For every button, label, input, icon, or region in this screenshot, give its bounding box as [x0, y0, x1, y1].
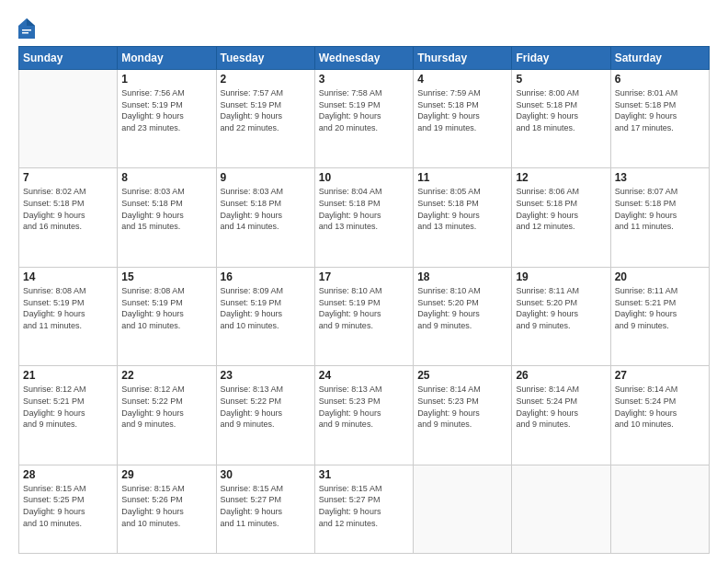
day-info: Sunrise: 8:13 AM Sunset: 5:22 PM Dayligh…	[221, 384, 311, 430]
calendar-cell: 12Sunrise: 8:06 AM Sunset: 5:18 PM Dayli…	[512, 168, 610, 267]
day-number: 2	[221, 73, 311, 86]
weekday-header-tuesday: Tuesday	[216, 47, 314, 70]
calendar-cell: 14Sunrise: 8:08 AM Sunset: 5:19 PM Dayli…	[19, 267, 118, 365]
weekday-header-wednesday: Wednesday	[314, 47, 413, 70]
day-info: Sunrise: 8:08 AM Sunset: 5:19 PM Dayligh…	[121, 285, 211, 331]
calendar-cell: 13Sunrise: 8:07 AM Sunset: 5:18 PM Dayli…	[610, 168, 709, 267]
day-info: Sunrise: 8:12 AM Sunset: 5:21 PM Dayligh…	[23, 384, 113, 430]
day-number: 16	[221, 270, 311, 283]
day-info: Sunrise: 8:04 AM Sunset: 5:18 PM Dayligh…	[319, 186, 409, 232]
day-number: 19	[516, 270, 606, 283]
day-number: 20	[615, 270, 705, 283]
calendar-table: SundayMondayTuesdayWednesdayThursdayFrid…	[18, 46, 710, 554]
day-info: Sunrise: 8:12 AM Sunset: 5:22 PM Dayligh…	[121, 384, 211, 430]
calendar-cell: 2Sunrise: 7:57 AM Sunset: 5:19 PM Daylig…	[216, 70, 314, 168]
calendar-cell: 17Sunrise: 8:10 AM Sunset: 5:19 PM Dayli…	[314, 267, 413, 365]
calendar-cell: 3Sunrise: 7:58 AM Sunset: 5:19 PM Daylig…	[314, 70, 413, 168]
calendar-week-row: 21Sunrise: 8:12 AM Sunset: 5:21 PM Dayli…	[19, 366, 710, 465]
day-info: Sunrise: 8:15 AM Sunset: 5:26 PM Dayligh…	[121, 483, 211, 529]
day-info: Sunrise: 8:08 AM Sunset: 5:19 PM Dayligh…	[23, 285, 113, 331]
calendar-cell: 4Sunrise: 7:59 AM Sunset: 5:18 PM Daylig…	[414, 70, 512, 168]
calendar-week-row: 7Sunrise: 8:02 AM Sunset: 5:18 PM Daylig…	[19, 168, 710, 267]
svg-rect-2	[22, 29, 31, 31]
day-number: 14	[23, 270, 113, 283]
day-info: Sunrise: 8:11 AM Sunset: 5:21 PM Dayligh…	[615, 285, 705, 331]
weekday-header-monday: Monday	[118, 47, 216, 70]
day-number: 4	[417, 73, 507, 86]
calendar-cell	[19, 70, 118, 168]
day-number: 28	[23, 468, 113, 481]
day-number: 31	[319, 468, 409, 481]
day-number: 24	[319, 369, 409, 382]
weekday-header-saturday: Saturday	[610, 47, 709, 70]
day-info: Sunrise: 8:02 AM Sunset: 5:18 PM Dayligh…	[23, 186, 113, 232]
day-number: 18	[417, 270, 507, 283]
logo	[18, 18, 39, 39]
day-number: 12	[516, 171, 606, 184]
calendar-cell: 25Sunrise: 8:14 AM Sunset: 5:23 PM Dayli…	[414, 366, 512, 465]
day-number: 21	[23, 369, 113, 382]
day-number: 15	[121, 270, 211, 283]
day-number: 1	[121, 73, 211, 86]
day-info: Sunrise: 8:14 AM Sunset: 5:24 PM Dayligh…	[516, 384, 606, 430]
calendar-cell: 7Sunrise: 8:02 AM Sunset: 5:18 PM Daylig…	[19, 168, 118, 267]
day-info: Sunrise: 8:10 AM Sunset: 5:20 PM Dayligh…	[417, 285, 507, 331]
calendar-cell: 15Sunrise: 8:08 AM Sunset: 5:19 PM Dayli…	[118, 267, 216, 365]
day-info: Sunrise: 8:13 AM Sunset: 5:23 PM Dayligh…	[319, 384, 409, 430]
day-number: 10	[319, 171, 409, 184]
page: SundayMondayTuesdayWednesdayThursdayFrid…	[0, 0, 728, 563]
day-number: 22	[121, 369, 211, 382]
calendar-cell: 31Sunrise: 8:15 AM Sunset: 5:27 PM Dayli…	[314, 465, 413, 553]
calendar-cell: 8Sunrise: 8:03 AM Sunset: 5:18 PM Daylig…	[118, 168, 216, 267]
calendar-cell: 16Sunrise: 8:09 AM Sunset: 5:19 PM Dayli…	[216, 267, 314, 365]
day-number: 11	[417, 171, 507, 184]
calendar-cell: 21Sunrise: 8:12 AM Sunset: 5:21 PM Dayli…	[19, 366, 118, 465]
calendar-cell: 20Sunrise: 8:11 AM Sunset: 5:21 PM Dayli…	[610, 267, 709, 365]
day-number: 8	[121, 171, 211, 184]
day-number: 3	[319, 73, 409, 86]
day-number: 27	[615, 369, 705, 382]
calendar-cell: 29Sunrise: 8:15 AM Sunset: 5:26 PM Dayli…	[118, 465, 216, 553]
calendar-cell: 19Sunrise: 8:11 AM Sunset: 5:20 PM Dayli…	[512, 267, 610, 365]
calendar-cell: 30Sunrise: 8:15 AM Sunset: 5:27 PM Dayli…	[216, 465, 314, 553]
svg-rect-3	[22, 32, 28, 34]
day-number: 17	[319, 270, 409, 283]
day-number: 5	[516, 73, 606, 86]
calendar-week-row: 28Sunrise: 8:15 AM Sunset: 5:25 PM Dayli…	[19, 465, 710, 553]
calendar-cell: 10Sunrise: 8:04 AM Sunset: 5:18 PM Dayli…	[314, 168, 413, 267]
weekday-header-row: SundayMondayTuesdayWednesdayThursdayFrid…	[19, 47, 710, 70]
day-info: Sunrise: 8:15 AM Sunset: 5:27 PM Dayligh…	[221, 483, 311, 529]
day-info: Sunrise: 8:10 AM Sunset: 5:19 PM Dayligh…	[319, 285, 409, 331]
calendar-week-row: 1Sunrise: 7:56 AM Sunset: 5:19 PM Daylig…	[19, 70, 710, 168]
calendar-cell	[414, 465, 512, 553]
svg-marker-1	[27, 18, 35, 26]
calendar-cell	[610, 465, 709, 553]
calendar-cell: 6Sunrise: 8:01 AM Sunset: 5:18 PM Daylig…	[610, 70, 709, 168]
calendar-cell: 27Sunrise: 8:14 AM Sunset: 5:24 PM Dayli…	[610, 366, 709, 465]
day-number: 13	[615, 171, 705, 184]
day-number: 26	[516, 369, 606, 382]
day-info: Sunrise: 8:00 AM Sunset: 5:18 PM Dayligh…	[516, 87, 606, 133]
day-info: Sunrise: 7:57 AM Sunset: 5:19 PM Dayligh…	[221, 87, 311, 133]
calendar-cell	[512, 465, 610, 553]
day-number: 9	[221, 171, 311, 184]
day-info: Sunrise: 7:59 AM Sunset: 5:18 PM Dayligh…	[417, 87, 507, 133]
day-info: Sunrise: 8:01 AM Sunset: 5:18 PM Dayligh…	[615, 87, 705, 133]
day-info: Sunrise: 8:03 AM Sunset: 5:18 PM Dayligh…	[121, 186, 211, 232]
day-number: 25	[417, 369, 507, 382]
day-info: Sunrise: 8:09 AM Sunset: 5:19 PM Dayligh…	[221, 285, 311, 331]
day-info: Sunrise: 8:05 AM Sunset: 5:18 PM Dayligh…	[417, 186, 507, 232]
weekday-header-friday: Friday	[512, 47, 610, 70]
day-info: Sunrise: 8:07 AM Sunset: 5:18 PM Dayligh…	[615, 186, 705, 232]
day-number: 7	[23, 171, 113, 184]
calendar-cell: 22Sunrise: 8:12 AM Sunset: 5:22 PM Dayli…	[118, 366, 216, 465]
logo-icon	[18, 18, 35, 39]
day-info: Sunrise: 8:11 AM Sunset: 5:20 PM Dayligh…	[516, 285, 606, 331]
calendar-cell: 24Sunrise: 8:13 AM Sunset: 5:23 PM Dayli…	[314, 366, 413, 465]
day-info: Sunrise: 8:06 AM Sunset: 5:18 PM Dayligh…	[516, 186, 606, 232]
calendar-cell: 28Sunrise: 8:15 AM Sunset: 5:25 PM Dayli…	[19, 465, 118, 553]
day-info: Sunrise: 8:15 AM Sunset: 5:25 PM Dayligh…	[23, 483, 113, 529]
weekday-header-sunday: Sunday	[19, 47, 118, 70]
calendar-cell: 5Sunrise: 8:00 AM Sunset: 5:18 PM Daylig…	[512, 70, 610, 168]
calendar-cell: 9Sunrise: 8:03 AM Sunset: 5:18 PM Daylig…	[216, 168, 314, 267]
